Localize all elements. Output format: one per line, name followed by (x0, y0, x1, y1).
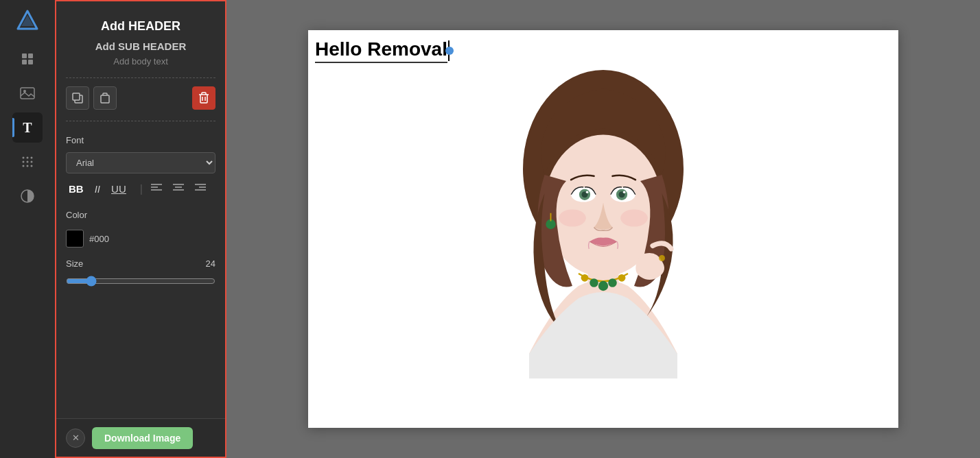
sidebar-item-contrast[interactable] (12, 181, 43, 211)
font-section-label: Font (66, 135, 215, 145)
bottom-bar: ✕ Download Image (56, 418, 225, 457)
svg-point-46 (608, 278, 617, 287)
color-swatch[interactable] (66, 230, 84, 248)
app-logo (14, 7, 41, 34)
sidebar-item-grid[interactable] (12, 147, 43, 177)
svg-point-11 (23, 161, 25, 163)
svg-point-37 (586, 191, 589, 193)
size-label: Size (66, 258, 83, 269)
sidebar-item-image[interactable] (12, 78, 43, 108)
color-section-label: Color (66, 210, 215, 220)
close-icon: ✕ (72, 433, 80, 443)
text-tool-icon: T (23, 120, 32, 136)
panel-subheader-title[interactable]: Add SUB HEADER (66, 40, 215, 52)
svg-point-13 (31, 161, 33, 163)
svg-point-15 (27, 165, 29, 167)
download-image-button[interactable]: Download Image (92, 427, 193, 449)
italic-button[interactable]: I (92, 182, 103, 196)
divider-2 (66, 121, 215, 121)
svg-point-10 (31, 157, 33, 159)
close-button[interactable]: ✕ (66, 429, 85, 448)
svg-point-42 (559, 209, 586, 226)
align-right-button[interactable] (192, 182, 209, 196)
bold-button[interactable]: B (66, 182, 86, 196)
text-resize-handle[interactable] (445, 47, 454, 55)
svg-point-41 (623, 191, 626, 193)
format-row: B I U | (66, 182, 215, 196)
delete-button[interactable] (192, 86, 215, 110)
paste-button[interactable] (93, 86, 117, 110)
underline-button[interactable]: U (108, 182, 129, 196)
svg-rect-4 (22, 60, 27, 64)
svg-rect-2 (22, 53, 27, 58)
panel-body-text[interactable]: Add body text (66, 56, 215, 67)
font-selector[interactable]: Arial Helvetica Times New Roman Georgia … (66, 152, 215, 173)
canvas-text-value: Hello Removal (315, 38, 447, 60)
svg-point-47 (581, 274, 589, 282)
color-row: #000 (66, 230, 215, 248)
svg-point-45 (598, 281, 608, 291)
svg-point-9 (27, 157, 29, 159)
svg-point-8 (23, 157, 25, 159)
size-number: 24 (206, 258, 215, 269)
canvas[interactable]: Hello Removal (308, 30, 898, 428)
canvas-text-content[interactable]: Hello Removal (315, 38, 447, 63)
svg-rect-3 (28, 53, 33, 58)
align-center-button[interactable] (170, 182, 187, 196)
svg-rect-5 (28, 60, 33, 64)
sidebar-item-layers[interactable] (12, 44, 43, 74)
canvas-text-box[interactable]: Hello Removal (315, 38, 450, 63)
svg-point-14 (23, 165, 25, 167)
svg-rect-20 (101, 95, 109, 103)
svg-rect-19 (73, 93, 80, 100)
size-row: Size 24 (66, 258, 215, 269)
svg-rect-6 (21, 88, 34, 99)
svg-point-43 (620, 209, 648, 226)
panel-action-row (66, 86, 215, 110)
svg-point-48 (618, 274, 626, 282)
color-hex-value: #000 (89, 234, 109, 244)
portrait-image (480, 63, 727, 385)
sidebar: T (0, 0, 55, 458)
svg-point-44 (590, 278, 598, 287)
main-canvas-area: Hello Removal (226, 0, 980, 458)
svg-point-16 (31, 165, 33, 167)
panel-header-title[interactable]: Add HEADER (66, 12, 215, 36)
svg-point-12 (27, 161, 29, 163)
text-panel: Add HEADER Add SUB HEADER Add body text (55, 0, 226, 458)
divider-1 (66, 77, 215, 78)
sidebar-item-text[interactable]: T (12, 112, 43, 143)
size-slider[interactable] (66, 276, 215, 287)
svg-point-50 (659, 255, 665, 261)
copy-button[interactable] (66, 86, 89, 110)
align-left-button[interactable] (148, 182, 165, 196)
